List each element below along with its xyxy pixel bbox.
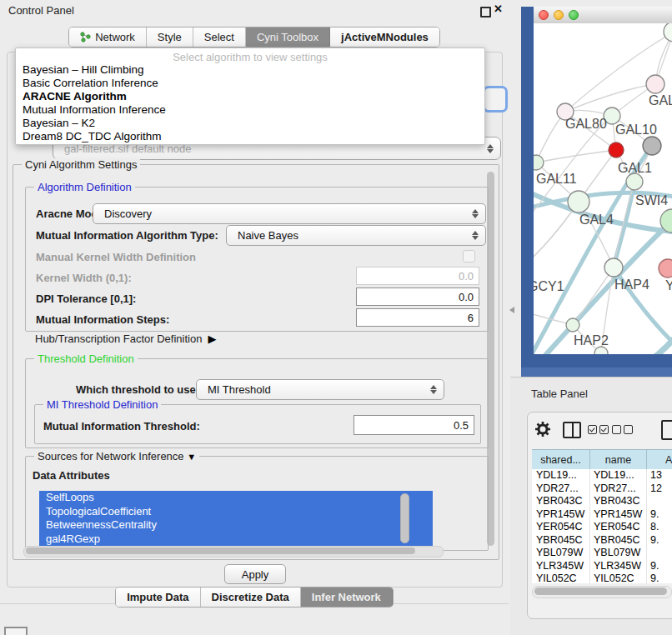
collapse-down-icon[interactable]: ▼ <box>187 452 196 462</box>
table-row[interactable]: YDL19...YDL19...13 <box>532 469 672 482</box>
attribute-item[interactable]: TopologicalCoefficient <box>39 505 433 519</box>
hub-definition-expander[interactable]: Hub/Transcription Factor Definition ▶ <box>35 332 216 345</box>
tab-select[interactable]: Select <box>193 28 246 47</box>
close-traffic-light[interactable] <box>539 10 549 20</box>
network-node[interactable] <box>646 75 664 93</box>
network-node[interactable] <box>609 142 624 158</box>
node-label: GAL4 <box>579 212 614 227</box>
table-horizontal-scrollbar[interactable] <box>532 586 672 598</box>
close-icon[interactable]: ✕ <box>494 2 503 15</box>
network-node[interactable] <box>534 155 544 170</box>
network-node[interactable] <box>594 347 608 354</box>
tab-impute-data[interactable]: Impute Data <box>116 588 200 607</box>
manual-kernel-label: Manual Kernel Width Definition <box>36 251 196 263</box>
tab-style[interactable]: Style <box>147 28 193 47</box>
mi-algorithm-type-combo[interactable]: Naive Bayes <box>226 225 486 246</box>
combo-arrows-icon <box>427 385 440 394</box>
column-header[interactable]: name <box>590 450 647 469</box>
tab-network[interactable]: Network <box>69 28 147 47</box>
cyni-algorithm-settings-group: Cyni Algorithm Settings Algorithm Defini… <box>13 164 499 560</box>
network-node[interactable] <box>604 258 623 277</box>
mi-threshold-definition-group: MI Threshold Definition Mutual Informati… <box>34 404 481 444</box>
mi-threshold-input[interactable] <box>354 415 474 435</box>
group-title: Cyni Algorithm Settings <box>22 158 140 171</box>
aracne-mode-combo[interactable]: Discovery <box>93 203 486 224</box>
attribute-item[interactable]: gal4RGexp <box>39 532 433 547</box>
table-row[interactable]: YLR345WYLR345W9. <box>532 560 672 573</box>
table-row[interactable]: YDR27...YDR27...12 <box>532 482 672 496</box>
network-canvas[interactable]: GALGAL80GAL10GAL1GAL11SWI4GAL4GCY1HAP4YH… <box>534 23 672 354</box>
table-row[interactable]: YBR045CYBR045C9. <box>532 534 672 548</box>
table-cell: YBR045C <box>532 534 590 548</box>
table-toolbar <box>528 412 672 448</box>
algorithm-dropdown-popup: Select algorithm to view settings Bayesi… <box>15 48 485 145</box>
function-builder-icon[interactable] <box>661 420 672 440</box>
unchecked-checkboxes-icon[interactable] <box>612 425 633 434</box>
dropdown-item[interactable]: Bayesian – Hill Climbing <box>16 63 484 77</box>
apply-button[interactable]: Apply <box>224 564 286 584</box>
table-cell: YIL052C <box>590 572 647 583</box>
network-node[interactable] <box>664 23 672 42</box>
split-columns-icon[interactable] <box>563 422 581 438</box>
network-window-titlebar[interactable] <box>534 7 672 24</box>
combo-arrows-icon <box>469 231 482 240</box>
group-title: Sources for Network Inference ▼ <box>34 450 199 462</box>
manual-kernel-checkbox[interactable] <box>463 250 475 262</box>
dropdown-item[interactable]: Dream8 DC_TDC Algorithm <box>16 130 484 143</box>
minimized-panel-chip[interactable] <box>4 627 28 635</box>
cyni-bottom-tabbar: Impute Data Discretize Data Infer Networ… <box>0 583 509 610</box>
network-node[interactable] <box>626 173 643 190</box>
table-row[interactable]: YBL079WYBL079W <box>532 547 672 560</box>
table-cell <box>647 495 672 508</box>
tab-infer-network[interactable]: Infer Network <box>301 588 393 607</box>
attribute-list-scrollbar[interactable] <box>400 493 409 542</box>
network-node[interactable] <box>643 137 661 155</box>
panel-resize-handle[interactable] <box>509 307 514 313</box>
table-cell: 13 <box>647 469 672 482</box>
tab-jactivemnodules[interactable]: jActiveMNodules <box>330 28 439 47</box>
table-cell: YBL079W <box>590 547 647 560</box>
network-node[interactable] <box>568 191 589 212</box>
table-cell: 9. <box>647 508 672 522</box>
node-label: GAL <box>649 93 672 108</box>
tab-cyni-toolbox[interactable]: Cyni Toolbox <box>246 28 330 47</box>
kernel-width-input[interactable] <box>356 267 479 285</box>
table-row[interactable]: YIL052CYIL052C9. <box>532 572 672 583</box>
float-window-icon[interactable] <box>480 7 491 18</box>
threshold-definition-group: Threshold Definition Which threshold to … <box>25 358 489 448</box>
table-row[interactable]: YER054CYER054C8. <box>532 521 672 534</box>
dpi-tolerance-label: DPI Tolerance [0,1]: <box>36 292 136 305</box>
data-attributes-list[interactable]: SelfLoops TopologicalCoefficient Between… <box>39 491 433 546</box>
expand-right-icon[interactable]: ▶ <box>208 332 216 345</box>
which-threshold-combo[interactable]: MI Threshold <box>196 379 444 400</box>
window-frame <box>521 368 672 377</box>
network-node[interactable] <box>566 318 579 332</box>
node-label: HAP2 <box>574 333 609 348</box>
network-node[interactable] <box>659 259 672 278</box>
application-window: Control Panel ✕ Network Style Select Cy <box>0 0 672 635</box>
mi-steps-input[interactable] <box>356 308 479 327</box>
column-header[interactable]: shared... <box>532 450 590 469</box>
checked-checkboxes-icon[interactable] <box>588 425 609 434</box>
minimize-traffic-light[interactable] <box>554 10 564 20</box>
table-row[interactable]: YPR145WYPR145W9. <box>532 508 672 522</box>
dropdown-item-selected[interactable]: ARACNE Algorithm <box>16 90 484 103</box>
tab-discretize-data[interactable]: Discretize Data <box>201 588 301 607</box>
dpi-tolerance-input[interactable] <box>356 288 479 306</box>
table-row[interactable]: YBR043CYBR043C <box>532 495 672 508</box>
attribute-item[interactable]: BetweennessCentrality <box>39 518 433 532</box>
table-cell <box>647 547 672 560</box>
table-cell: YER054C <box>532 521 590 534</box>
table-cell: YDL19... <box>590 469 647 482</box>
attribute-item[interactable]: SelfLoops <box>39 491 433 505</box>
table-cell: YBL079W <box>532 547 590 560</box>
dropdown-item[interactable]: Basic Correlation Inference <box>16 77 484 90</box>
dropdown-item[interactable]: Bayesian – K2 <box>16 117 484 130</box>
gear-icon[interactable] <box>534 421 551 438</box>
column-header[interactable]: A <box>647 450 672 469</box>
table-cell: YER054C <box>590 521 647 534</box>
zoom-traffic-light[interactable] <box>569 10 579 20</box>
settings-horizontal-scrollbar[interactable] <box>23 546 444 558</box>
algorithm-combo-focus-ring[interactable] <box>483 86 508 112</box>
dropdown-item[interactable]: Mutual Information Inference <box>16 103 484 117</box>
